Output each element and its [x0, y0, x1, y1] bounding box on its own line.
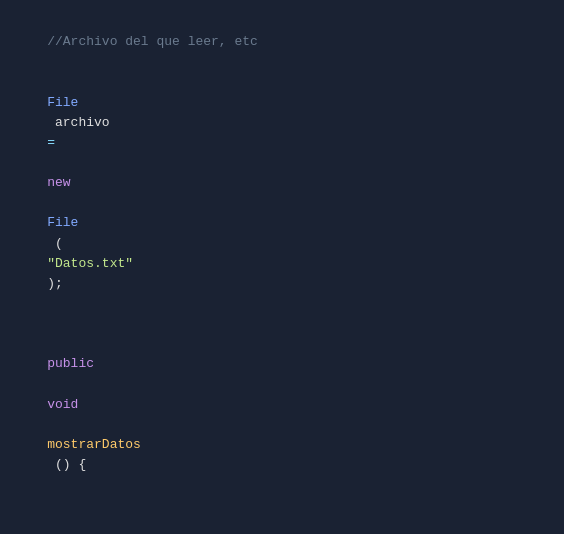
line-5: if (archivo. exists ()) { — [16, 495, 548, 534]
comment-1: //Archivo del que leer, etc — [47, 34, 258, 49]
line-1: //Archivo del que leer, etc — [16, 12, 548, 72]
code-editor: //Archivo del que leer, etc File archivo… — [0, 0, 564, 534]
type-file: File — [47, 95, 78, 110]
line-4: public void mostrarDatos () { — [16, 334, 548, 495]
line-2: File archivo = new File ( "Datos.txt" ); — [16, 72, 548, 314]
line-3 — [16, 314, 548, 334]
